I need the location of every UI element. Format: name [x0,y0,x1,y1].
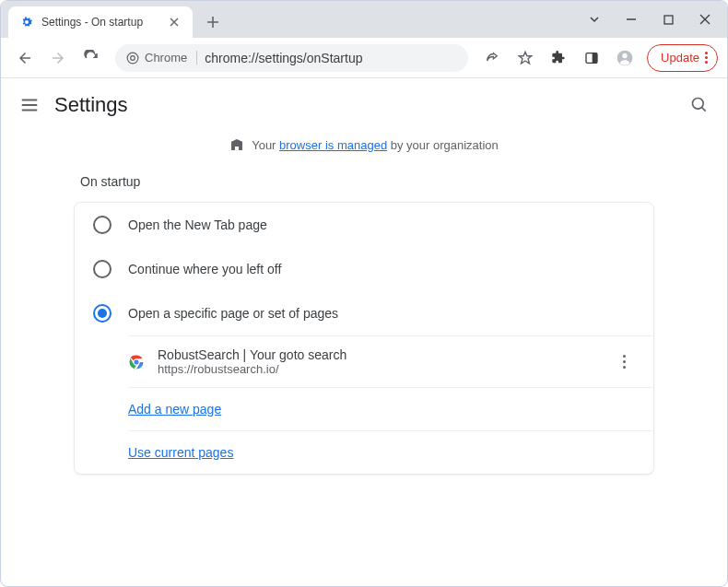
option-label: Continue where you left off [128,262,281,276]
managed-text-after: by your organization [387,138,499,152]
page-title: Settings [54,93,128,117]
site-favicon [128,354,145,370]
new-tab-button[interactable] [200,9,226,35]
managed-link[interactable]: browser is managed [279,138,387,152]
add-page-link[interactable]: Add a new page [128,402,221,417]
omnibox[interactable]: Chrome chrome://settings/onStartup [115,44,468,72]
startup-card: Open the New Tab page Continue where you… [74,202,654,475]
maximize-button[interactable] [650,6,687,33]
settings-icon [19,15,34,29]
svg-point-2 [131,55,135,60]
update-button[interactable]: Update [647,44,718,72]
svg-rect-4 [593,53,597,63]
add-page-row: Add a new page [128,387,653,430]
close-window-button[interactable] [687,6,723,33]
chrome-icon [126,52,139,65]
svg-point-7 [693,99,704,110]
share-icon[interactable] [477,43,507,73]
close-tab-icon[interactable] [167,15,182,29]
managed-notice: Your browser is managed by your organiza… [19,132,709,167]
browser-toolbar: Chrome chrome://settings/onStartup Updat… [1,38,727,78]
window-controls [576,1,727,38]
building-icon [229,137,244,152]
option-label: Open a specific page or set of pages [128,306,338,321]
settings-header: Settings [1,78,727,132]
reload-button[interactable] [76,43,106,73]
titlebar: Settings - On startup [1,1,727,38]
svg-point-6 [622,53,627,57]
option-label: Open the New Tab page [128,217,267,232]
tab-title: Settings - On startup [41,16,159,29]
bookmark-icon[interactable] [511,43,540,73]
startup-pages-section: RobustSearch | Your goto search https://… [128,335,653,474]
radio-icon [93,260,112,278]
svg-rect-0 [664,16,673,24]
sidepanel-icon[interactable] [577,43,606,73]
startup-page-row: RobustSearch | Your goto search https://… [128,336,653,387]
back-button[interactable] [10,43,40,73]
page-url-text: https://robustsearch.io/ [158,362,600,376]
more-actions-button[interactable] [613,351,635,373]
page-text: RobustSearch | Your goto search https://… [158,347,600,376]
section-title: On startup [19,167,709,202]
radio-icon-selected [93,304,112,323]
radio-icon [93,216,112,234]
omnibox-url: chrome://settings/onStartup [205,51,362,65]
use-current-row: Use current pages [128,430,653,474]
forward-button[interactable] [43,43,73,73]
content-area: Your browser is managed by your organiza… [1,132,727,475]
omnibox-prefix-text: Chrome [145,51,187,65]
svg-point-1 [127,53,138,64]
minimize-button[interactable] [613,6,650,33]
update-button-label: Update [661,51,699,65]
profile-icon[interactable] [610,43,640,73]
option-continue[interactable]: Continue where you left off [75,247,653,291]
extensions-icon[interactable] [544,43,573,73]
page-title-text: RobustSearch | Your goto search [158,347,600,362]
option-new-tab[interactable]: Open the New Tab page [75,203,653,247]
option-specific-pages[interactable]: Open a specific page or set of pages [75,291,653,335]
more-menu-icon [705,52,708,64]
managed-text-before: Your [252,138,279,152]
omnibox-prefix: Chrome [126,51,197,65]
search-icon[interactable] [690,96,709,114]
caret-down-icon[interactable] [576,6,613,33]
browser-tab[interactable]: Settings - On startup [8,6,193,38]
use-current-link[interactable]: Use current pages [128,445,233,460]
menu-icon[interactable] [19,95,41,115]
